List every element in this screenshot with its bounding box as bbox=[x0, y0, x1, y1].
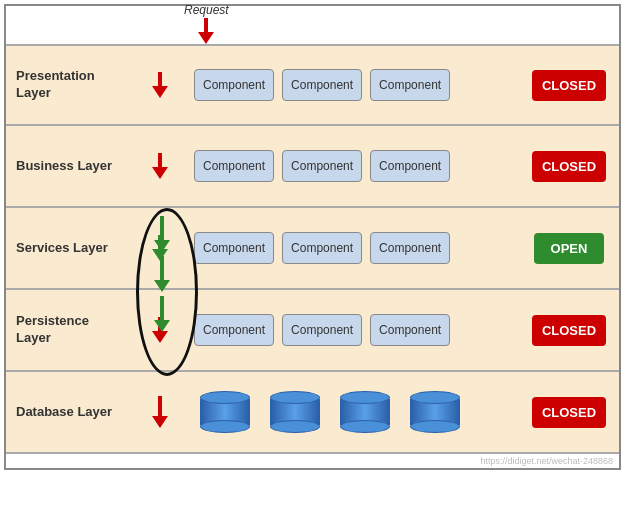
db-cylinder-3 bbox=[334, 391, 396, 433]
watermark: https://didiget.net/wechat-248868 bbox=[6, 454, 619, 468]
layer-name-presentation: Presentation Layer bbox=[16, 68, 126, 102]
layer-name-persistence: Persistence Layer bbox=[16, 313, 126, 347]
component-btn: Component bbox=[282, 150, 362, 182]
component-btn: Component bbox=[194, 69, 274, 101]
layer-persistence: Persistence Layer Component Component Co… bbox=[6, 290, 619, 372]
components-services: Component Component Component bbox=[194, 232, 529, 264]
diagram-container: Request Presentation Layer Component C bbox=[4, 4, 621, 470]
db-cylinder-1 bbox=[194, 391, 256, 433]
component-btn: Component bbox=[194, 150, 274, 182]
components-persistence: Component Component Component bbox=[194, 314, 529, 346]
status-badge-closed: CLOSED bbox=[532, 315, 606, 346]
db-cylinder-4 bbox=[404, 391, 466, 433]
component-btn: Component bbox=[194, 314, 274, 346]
layer-arrow-persistence bbox=[126, 317, 194, 343]
component-btn: Component bbox=[370, 150, 450, 182]
components-business: Component Component Component bbox=[194, 150, 529, 182]
request-arrow bbox=[198, 18, 214, 44]
layer-services: Services Layer Component Component Compo… bbox=[6, 208, 619, 290]
component-btn: Component bbox=[370, 314, 450, 346]
layer-arrow-database bbox=[126, 396, 194, 428]
layer-arrow-presentation bbox=[126, 72, 194, 98]
status-presentation: CLOSED bbox=[529, 70, 609, 101]
status-database: CLOSED bbox=[529, 397, 609, 428]
diagram-wrapper: Request Presentation Layer Component C bbox=[0, 0, 625, 474]
component-btn: Component bbox=[282, 232, 362, 264]
request-label: Request bbox=[184, 3, 229, 17]
status-services: OPEN bbox=[529, 233, 609, 264]
request-section: Request bbox=[6, 6, 619, 44]
layer-arrow-services bbox=[126, 235, 194, 261]
status-business: CLOSED bbox=[529, 151, 609, 182]
status-badge-open: OPEN bbox=[534, 233, 604, 264]
layer-business: Business Layer Component Component Compo… bbox=[6, 126, 619, 208]
layer-presentation: Presentation Layer Component Component C… bbox=[6, 44, 619, 126]
status-badge-closed: CLOSED bbox=[532, 151, 606, 182]
layer-name-business: Business Layer bbox=[16, 158, 126, 175]
components-presentation: Component Component Component bbox=[194, 69, 529, 101]
layer-name-services: Services Layer bbox=[16, 240, 126, 257]
component-btn: Component bbox=[370, 69, 450, 101]
layer-database: Database Layer bbox=[6, 372, 619, 454]
component-btn: Component bbox=[282, 69, 362, 101]
component-btn: Component bbox=[282, 314, 362, 346]
status-badge-closed: CLOSED bbox=[532, 70, 606, 101]
component-btn: Component bbox=[194, 232, 274, 264]
component-btn: Component bbox=[370, 232, 450, 264]
layer-arrow-business bbox=[126, 153, 194, 179]
status-badge-closed: CLOSED bbox=[532, 397, 606, 428]
status-persistence: CLOSED bbox=[529, 315, 609, 346]
databases-col bbox=[194, 391, 529, 433]
db-cylinder-2 bbox=[264, 391, 326, 433]
layer-name-database: Database Layer bbox=[16, 404, 126, 421]
